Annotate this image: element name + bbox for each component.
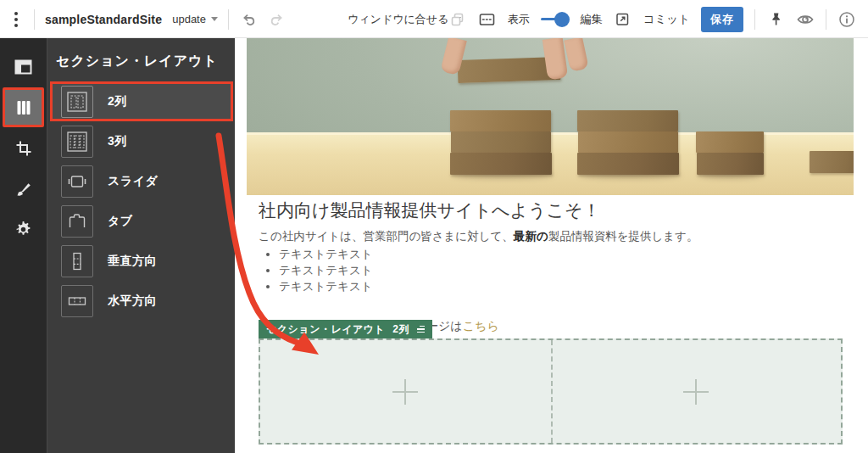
intro-paragraph[interactable]: この社内サイトは、営業部門の皆さまに対して、最新の製品情報資料を提供します。 [259, 229, 698, 244]
layout-item-horizontal[interactable]: 水平方向 [50, 281, 233, 321]
undo-icon[interactable] [239, 10, 258, 29]
app-menu-icon[interactable] [8, 8, 24, 31]
columns-icon [15, 99, 32, 116]
layout-item-2col[interactable]: 2列 [50, 81, 233, 121]
list-item[interactable]: テキストテキスト [279, 278, 373, 294]
page-canvas: 社内向け製品情報提供サイトへようこそ！ この社内サイトは、営業部門の皆さまに対し… [235, 38, 868, 453]
section-layout-panel: セクション・レイアウト 2列 3列 スライダ [47, 38, 235, 453]
vertical-stack-icon [61, 245, 93, 277]
layout-item-3col[interactable]: 3列 [50, 121, 233, 161]
column-divider [551, 340, 553, 443]
bullet-list[interactable]: テキストテキスト テキストテキスト テキストテキスト [279, 246, 373, 294]
horizontal-stack-icon [61, 285, 93, 317]
rail-item-section-layout[interactable] [3, 87, 44, 127]
section-menu-icon[interactable] [417, 326, 425, 333]
divider [754, 9, 755, 30]
kochira-link[interactable]: こちら [463, 319, 499, 333]
save-button[interactable]: 保存 [701, 7, 743, 32]
layout-item-vertical[interactable]: 垂直方向 [50, 241, 233, 281]
update-dropdown[interactable]: update [172, 13, 218, 25]
layout-item-tab[interactable]: タブ [50, 201, 233, 241]
two-column-drop-section[interactable] [259, 338, 843, 445]
site-title: sampleStandardSite [45, 13, 162, 26]
page-heading[interactable]: 社内向け製品情報提供サイトへようこそ！ [259, 199, 600, 222]
rail-item-crop[interactable] [3, 128, 44, 168]
editor-window: sampleStandardSite update ウィンドウに合せる [0, 0, 868, 453]
zoom-fit-dropdown[interactable]: ウィンドウに合せる [348, 12, 461, 27]
info-icon[interactable] [837, 10, 856, 29]
edit-label: 編集 [581, 12, 603, 27]
gear-icon [14, 221, 32, 238]
rail-item-settings[interactable] [3, 210, 44, 249]
layout-item-slider[interactable]: スライダ [50, 161, 233, 201]
rail-item-templates[interactable] [3, 47, 44, 87]
hero-image[interactable] [247, 38, 854, 195]
section-tag[interactable]: セクション・レイアウト 2列 [259, 320, 432, 338]
slider-icon [61, 165, 93, 198]
preview-eye-icon[interactable] [796, 10, 815, 29]
three-column-icon [61, 126, 93, 158]
add-content-icon[interactable] [392, 379, 418, 405]
panel-title: セクション・レイアウト [47, 38, 235, 70]
display-edit-toggle[interactable] [541, 11, 570, 28]
display-label: 表示 [508, 12, 530, 27]
commit-button[interactable]: コミット [643, 12, 690, 27]
list-item[interactable]: テキストテキスト [279, 246, 373, 262]
rail-item-design[interactable] [3, 169, 44, 209]
layout-template-icon [14, 59, 32, 76]
divider [826, 9, 826, 30]
divider [34, 9, 35, 30]
divider [228, 9, 229, 30]
add-content-icon[interactable] [683, 379, 709, 405]
tab-icon [61, 205, 93, 238]
toolbar: sampleStandardSite update ウィンドウに合せる [0, 0, 868, 38]
tool-rail [0, 38, 47, 453]
pin-icon[interactable] [766, 10, 785, 29]
open-preview-icon[interactable] [614, 10, 632, 29]
duplicate-page-icon[interactable] [448, 10, 467, 29]
two-column-icon [61, 86, 93, 118]
window-layout-icon[interactable] [478, 10, 497, 29]
list-item[interactable]: テキストテキスト [279, 262, 373, 278]
chevron-down-icon [211, 17, 218, 21]
layout-list: 2列 3列 スライダ タブ [47, 81, 235, 321]
brush-icon [15, 181, 32, 198]
redo-icon[interactable] [268, 10, 287, 29]
crop-icon [15, 140, 32, 157]
partially-hidden-link-line: ージはこちら [426, 319, 499, 334]
